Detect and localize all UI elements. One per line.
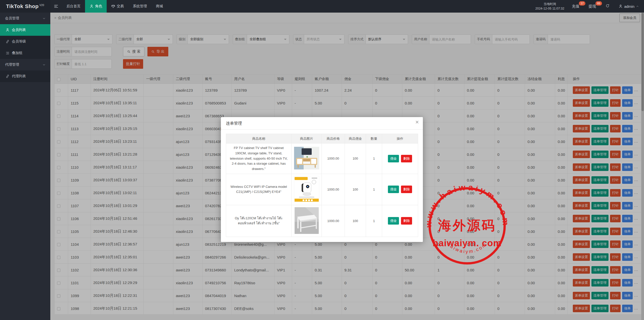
product-column-header: 操作 bbox=[382, 134, 418, 144]
product-table: 商品名称商品图片商品价格商品佣金数量操作 FP TV cabinet TV sh… bbox=[226, 134, 418, 237]
product-column-header: 商品名称 bbox=[226, 134, 292, 144]
admin-app: TikTok ShopV20 后台首页角色交易系统管理商城 当地时间 2024-… bbox=[0, 0, 644, 320]
sidebar-group-agent-management[interactable]: 代理管理 bbox=[0, 59, 50, 70]
sidebar-item-label: 代理列表 bbox=[12, 74, 26, 79]
product-actions-cell: 佣金删除 bbox=[382, 174, 418, 205]
product-image-cell bbox=[292, 144, 322, 174]
logo-version: V20 bbox=[39, 4, 44, 7]
modal-title: 连单管理 bbox=[226, 121, 242, 125]
local-time: 当地时间 2024-12-05 11:07:32 bbox=[531, 2, 568, 11]
product-commission: 100 bbox=[345, 144, 366, 174]
menu-item-label: 角色 bbox=[95, 4, 102, 9]
commission-button[interactable]: 佣金 bbox=[388, 217, 399, 225]
sidebar-item-agent-list[interactable]: 代理列表 bbox=[0, 70, 50, 82]
chain-order-modal: 连单管理 × 商品名称商品图片商品价格商品佣金数量操作 FP TV cabine… bbox=[221, 117, 423, 242]
sidebar-toggle-button[interactable] bbox=[50, 0, 62, 13]
delete-button[interactable]: 删除 bbox=[401, 217, 412, 225]
topbar-right: 当地时间 2024-12-05 11:07:32 充值 17 提现 65 adm… bbox=[531, 0, 644, 13]
menu-item-home[interactable]: 后台首页 bbox=[62, 0, 85, 13]
product-qty: 1 bbox=[366, 174, 382, 205]
stamp-domain-text: haiwaiym. com bbox=[433, 238, 502, 248]
product-image-desk bbox=[295, 207, 319, 234]
recharge-badge: 17 bbox=[579, 1, 585, 6]
menu-item-system[interactable]: 系统管理 bbox=[128, 0, 151, 13]
product-name: FP TV cabinet TV shelf TV cabinet 190CM,… bbox=[226, 144, 292, 174]
product-row: FP TV cabinet TV shelf TV cabinet 190CM,… bbox=[226, 144, 418, 174]
modal-body: 商品名称商品图片商品价格商品佣金数量操作 FP TV cabinet TV sh… bbox=[221, 130, 423, 242]
product-row: Oy โต๊ะ120CM โต๊ะทำงานไม้ โต๊ะคอมพิวเตอร… bbox=[226, 205, 418, 237]
username: admin bbox=[624, 4, 634, 9]
commission-button[interactable]: 佣金 bbox=[388, 155, 399, 162]
product-image-tv-cabinet bbox=[294, 147, 319, 169]
product-commission: 100 bbox=[345, 205, 366, 237]
sidebar-group-label: 会员管理 bbox=[5, 16, 19, 21]
chevron-down-icon bbox=[42, 63, 46, 66]
recharge-menu-item[interactable]: 充值 17 bbox=[568, 4, 585, 9]
withdraw-label: 提现 bbox=[588, 4, 596, 8]
product-table-header-row: 商品名称商品图片商品价格商品佣金数量操作 bbox=[226, 134, 418, 144]
product-image-cell bbox=[292, 205, 322, 237]
user-icon bbox=[6, 28, 10, 32]
stamp-center-text: 海外源码 bbox=[438, 218, 496, 233]
sidebar-item-member-list[interactable]: 会员列表 bbox=[0, 24, 50, 36]
withdraw-badge: 65 bbox=[595, 1, 602, 6]
menu-item-label: 商城 bbox=[156, 4, 163, 9]
product-image-ip-camera bbox=[294, 176, 319, 202]
menu-item-label: 系统管理 bbox=[133, 4, 147, 9]
sidebar-item-label: 会员等级 bbox=[12, 39, 26, 44]
menu-item-trade[interactable]: 交易 bbox=[107, 0, 128, 13]
haiwaiym-watermark-stamp: www.haiwaiym.com 海外源码 haiwaiym. com haiw… bbox=[427, 186, 507, 266]
product-column-header: 商品佣金 bbox=[345, 134, 366, 144]
product-column-header: 数量 bbox=[366, 134, 382, 144]
sidebar-group-member-management[interactable]: 会员管理 bbox=[0, 13, 50, 24]
recharge-label: 充值 bbox=[572, 4, 579, 8]
product-column-header: 商品图片 bbox=[292, 134, 322, 144]
refresh-button[interactable] bbox=[601, 4, 614, 9]
hamburger-icon bbox=[54, 4, 59, 9]
scales-icon bbox=[111, 4, 115, 8]
product-price: 1000.00 bbox=[322, 205, 345, 237]
app-logo: TikTok ShopV20 bbox=[0, 0, 50, 13]
chevron-down-icon bbox=[42, 17, 46, 20]
link-icon bbox=[6, 74, 10, 78]
topbar-menu: 后台首页角色交易系统管理商城 bbox=[62, 0, 168, 13]
delete-button[interactable]: 删除 bbox=[401, 155, 412, 162]
commission-button[interactable]: 佣金 bbox=[388, 186, 399, 193]
product-qty: 1 bbox=[366, 205, 382, 237]
local-time-label: 当地时间 bbox=[535, 2, 564, 6]
product-table-body: FP TV cabinet TV shelf TV cabinet 190CM,… bbox=[226, 144, 418, 237]
product-commission: 100 bbox=[345, 174, 366, 205]
logo-text: TikTok Shop bbox=[6, 3, 39, 9]
menu-item-mall[interactable]: 商城 bbox=[151, 0, 168, 13]
chevron-up-icon bbox=[636, 5, 639, 8]
product-price: 1000.00 bbox=[322, 144, 345, 174]
sidebar-item-label: 会员列表 bbox=[12, 28, 26, 32]
close-icon[interactable]: × bbox=[415, 119, 419, 125]
user-icon bbox=[619, 4, 623, 8]
product-row: Wireless CCTV WIFI IP Camera model C21(1… bbox=[226, 174, 418, 205]
menu-item-label: 交易 bbox=[117, 4, 124, 9]
withdraw-menu-item[interactable]: 提现 65 bbox=[585, 4, 601, 9]
product-actions-cell: 佣金删除 bbox=[382, 144, 418, 174]
product-actions-cell: 佣金删除 bbox=[382, 205, 418, 237]
product-image-cell bbox=[292, 174, 322, 205]
sidebar-item-stack-group[interactable]: 叠加组 bbox=[0, 47, 50, 59]
list-icon bbox=[6, 51, 10, 55]
modal-header: 连单管理 × bbox=[221, 117, 423, 130]
product-name: Oy โต๊ะ120CM โต๊ะทำงานไม้ โต๊ะคอมพิวเตอร… bbox=[226, 205, 292, 237]
sidebar: 会员管理会员列表会员等级叠加组代理管理代理列表 bbox=[0, 13, 50, 320]
user-icon bbox=[90, 4, 94, 8]
product-column-header: 商品价格 bbox=[322, 134, 345, 144]
topbar: TikTok ShopV20 后台首页角色交易系统管理商城 当地时间 2024-… bbox=[0, 0, 644, 13]
menu-item-role[interactable]: 角色 bbox=[85, 0, 107, 13]
user-menu[interactable]: admin bbox=[614, 4, 644, 9]
link-icon bbox=[6, 40, 10, 44]
sidebar-item-label: 叠加组 bbox=[12, 51, 22, 55]
local-time-value: 2024-12-05 11:07:32 bbox=[535, 6, 564, 11]
delete-button[interactable]: 删除 bbox=[401, 186, 412, 193]
product-name: Wireless CCTV WIFI IP Camera model C21(1… bbox=[226, 174, 292, 205]
product-price: 1000.00 bbox=[322, 174, 345, 205]
menu-item-label: 后台首页 bbox=[66, 4, 80, 9]
sidebar-group-label: 代理管理 bbox=[5, 62, 19, 67]
sidebar-item-member-level[interactable]: 会员等级 bbox=[0, 36, 50, 47]
